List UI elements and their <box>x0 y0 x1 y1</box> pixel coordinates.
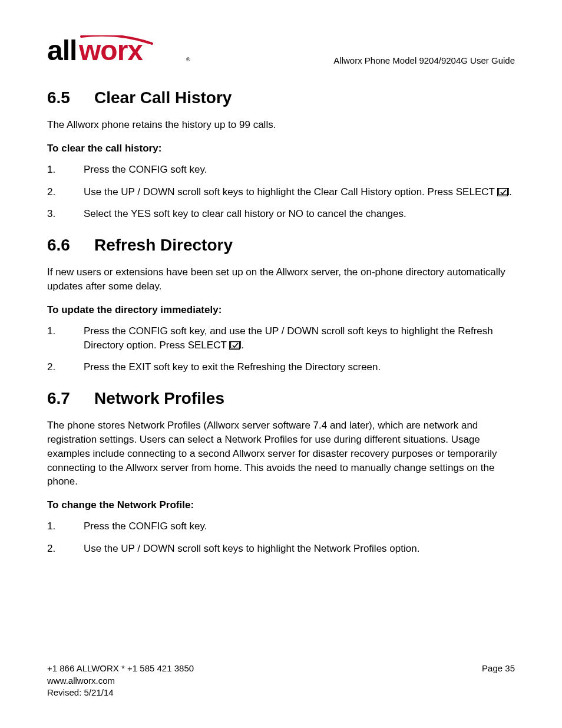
procedure-steps: Press the CONFIG soft key, and use the U… <box>47 324 515 374</box>
section-title: Refresh Directory <box>94 236 233 254</box>
page-header: all worx ® Allworx Phone Model 9204/9204… <box>47 35 515 68</box>
procedure-lead: To change the Network Profile: <box>47 499 515 511</box>
page-footer: +1 866 ALLWORX * +1 585 421 3850 Page 35… <box>47 663 515 699</box>
step-item: Use the UP / DOWN scroll soft keys to hi… <box>47 542 515 556</box>
svg-text:®: ® <box>186 57 190 62</box>
section-heading-6-7: 6.7Network Profiles <box>47 389 515 408</box>
footer-page-number: Page 35 <box>482 663 515 674</box>
svg-text:all: all <box>47 35 77 66</box>
step-item: Select the YES soft key to clear call hi… <box>47 207 515 221</box>
svg-text:worx: worx <box>78 35 143 66</box>
section-heading-6-5: 6.5Clear Call History <box>47 88 515 107</box>
doc-title: Allworx Phone Model 9204/9204G User Guid… <box>333 55 515 68</box>
procedure-steps: Press the CONFIG soft key. Use the UP / … <box>47 519 515 556</box>
intro-text: The Allworx phone retains the history up… <box>47 118 515 132</box>
step-text-tail: . <box>509 186 512 197</box>
step-text: Use the UP / DOWN scroll soft keys to hi… <box>84 186 497 197</box>
procedure-lead: To update the directory immediately: <box>47 304 515 316</box>
procedure-steps: Press the CONFIG soft key. Use the UP / … <box>47 163 515 221</box>
section-title: Clear Call History <box>94 88 232 107</box>
intro-text: The phone stores Network Profiles (Allwo… <box>47 419 515 489</box>
section-number: 6.5 <box>47 88 94 107</box>
logo: all worx ® <box>47 35 191 68</box>
step-text-tail: . <box>241 340 244 351</box>
step-item: Press the CONFIG soft key. <box>47 163 515 177</box>
step-item: Press the CONFIG soft key. <box>47 519 515 533</box>
select-check-icon <box>229 341 241 350</box>
allworx-logo-icon: all worx ® <box>47 35 191 68</box>
footer-phone: +1 866 ALLWORX * +1 585 421 3850 <box>47 663 194 674</box>
select-check-icon <box>497 188 509 196</box>
step-item: Press the EXIT soft key to exit the Refr… <box>47 360 515 374</box>
procedure-lead: To clear the call history: <box>47 143 515 154</box>
section-number: 6.6 <box>47 236 94 255</box>
footer-revised: Revised: 5/21/14 <box>47 687 515 699</box>
section-title: Network Profiles <box>94 389 224 407</box>
step-item: Press the CONFIG soft key, and use the U… <box>47 324 515 353</box>
step-item: Use the UP / DOWN scroll soft keys to hi… <box>47 185 515 199</box>
intro-text: If new users or extensions have been set… <box>47 265 515 294</box>
footer-url: www.allworx.com <box>47 675 515 687</box>
document-page: all worx ® Allworx Phone Model 9204/9204… <box>0 0 562 728</box>
section-number: 6.7 <box>47 389 94 408</box>
section-heading-6-6: 6.6Refresh Directory <box>47 236 515 255</box>
step-text: Press the CONFIG soft key, and use the U… <box>84 325 493 351</box>
